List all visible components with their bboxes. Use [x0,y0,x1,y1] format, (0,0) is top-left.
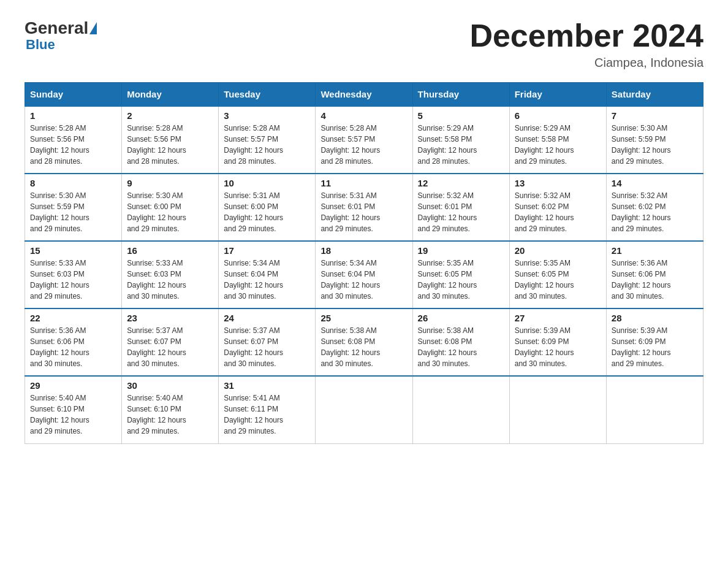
calendar-cell [509,376,606,443]
calendar-week-2: 8 Sunrise: 5:30 AM Sunset: 5:59 PM Dayli… [25,174,703,241]
day-number: 11 [320,178,407,188]
calendar-cell: 7 Sunrise: 5:30 AM Sunset: 5:59 PM Dayli… [606,106,703,174]
day-info: Sunrise: 5:30 AM Sunset: 5:59 PM Dayligh… [612,123,698,167]
day-info: Sunrise: 5:29 AM Sunset: 5:58 PM Dayligh… [418,123,504,167]
day-info: Sunrise: 5:39 AM Sunset: 6:09 PM Dayligh… [515,325,601,369]
calendar-cell: 10 Sunrise: 5:31 AM Sunset: 6:00 PM Dayl… [219,174,316,241]
day-info: Sunrise: 5:36 AM Sunset: 6:06 PM Dayligh… [612,258,698,302]
calendar-cell: 3 Sunrise: 5:28 AM Sunset: 5:57 PM Dayli… [219,106,316,174]
day-info: Sunrise: 5:34 AM Sunset: 6:04 PM Dayligh… [224,258,310,302]
day-number: 14 [612,178,698,188]
calendar-cell: 8 Sunrise: 5:30 AM Sunset: 5:59 PM Dayli… [25,174,122,241]
calendar-cell: 20 Sunrise: 5:35 AM Sunset: 6:05 PM Dayl… [509,241,606,308]
day-info: Sunrise: 5:35 AM Sunset: 6:05 PM Dayligh… [515,258,601,302]
calendar-cell: 26 Sunrise: 5:38 AM Sunset: 6:08 PM Dayl… [412,308,509,376]
calendar-cell: 5 Sunrise: 5:29 AM Sunset: 5:58 PM Dayli… [412,106,509,174]
header-row: Sunday Monday Tuesday Wednesday Thursday… [25,83,703,107]
day-number: 28 [612,313,698,323]
day-number: 17 [224,245,310,256]
calendar-cell: 17 Sunrise: 5:34 AM Sunset: 6:04 PM Dayl… [219,241,316,308]
col-friday: Friday [509,83,606,107]
day-info: Sunrise: 5:28 AM Sunset: 5:57 PM Dayligh… [224,123,310,167]
day-number: 13 [515,178,601,188]
calendar-cell: 24 Sunrise: 5:37 AM Sunset: 6:07 PM Dayl… [219,308,316,376]
logo-triangle-icon [89,22,97,34]
day-number: 1 [30,110,116,121]
calendar-cell [606,376,703,443]
day-info: Sunrise: 5:37 AM Sunset: 6:07 PM Dayligh… [127,325,213,369]
calendar-cell: 27 Sunrise: 5:39 AM Sunset: 6:09 PM Dayl… [509,308,606,376]
day-info: Sunrise: 5:41 AM Sunset: 6:11 PM Dayligh… [224,393,310,437]
calendar-cell: 29 Sunrise: 5:40 AM Sunset: 6:10 PM Dayl… [25,376,122,443]
day-info: Sunrise: 5:40 AM Sunset: 6:10 PM Dayligh… [30,393,116,437]
day-info: Sunrise: 5:33 AM Sunset: 6:03 PM Dayligh… [127,258,213,302]
day-info: Sunrise: 5:28 AM Sunset: 5:56 PM Dayligh… [127,123,213,167]
day-info: Sunrise: 5:33 AM Sunset: 6:03 PM Dayligh… [30,258,116,302]
calendar-week-5: 29 Sunrise: 5:40 AM Sunset: 6:10 PM Dayl… [25,376,703,443]
day-number: 3 [224,110,310,121]
day-number: 5 [418,110,504,121]
day-number: 29 [30,380,116,391]
day-info: Sunrise: 5:32 AM Sunset: 6:01 PM Dayligh… [418,190,504,234]
calendar-cell: 1 Sunrise: 5:28 AM Sunset: 5:56 PM Dayli… [25,106,122,174]
logo-blue-text: Blue [26,37,55,53]
calendar-cell: 12 Sunrise: 5:32 AM Sunset: 6:01 PM Dayl… [412,174,509,241]
col-monday: Monday [122,83,219,107]
day-info: Sunrise: 5:39 AM Sunset: 6:09 PM Dayligh… [612,325,698,369]
day-info: Sunrise: 5:28 AM Sunset: 5:56 PM Dayligh… [30,123,116,167]
day-info: Sunrise: 5:32 AM Sunset: 6:02 PM Dayligh… [515,190,601,234]
day-number: 10 [224,178,310,188]
day-number: 25 [320,313,407,323]
calendar-cell: 25 Sunrise: 5:38 AM Sunset: 6:08 PM Dayl… [316,308,412,376]
day-number: 22 [30,313,116,323]
location: Ciampea, Indonesia [469,56,703,70]
day-info: Sunrise: 5:38 AM Sunset: 6:08 PM Dayligh… [418,325,504,369]
col-tuesday: Tuesday [219,83,316,107]
day-number: 8 [30,178,116,188]
day-number: 20 [515,245,601,256]
col-saturday: Saturday [606,83,703,107]
page-header: General Blue December 2024 Ciampea, Indo… [25,18,703,70]
col-thursday: Thursday [412,83,509,107]
day-info: Sunrise: 5:28 AM Sunset: 5:57 PM Dayligh… [320,123,407,167]
day-number: 12 [418,178,504,188]
day-info: Sunrise: 5:38 AM Sunset: 6:08 PM Dayligh… [320,325,407,369]
day-number: 26 [418,313,504,323]
calendar-cell [412,376,509,443]
calendar-cell: 21 Sunrise: 5:36 AM Sunset: 6:06 PM Dayl… [606,241,703,308]
day-number: 7 [612,110,698,121]
day-number: 18 [320,245,407,256]
calendar-week-1: 1 Sunrise: 5:28 AM Sunset: 5:56 PM Dayli… [25,106,703,174]
day-number: 9 [127,178,213,188]
day-number: 27 [515,313,601,323]
month-title: December 2024 [469,18,703,53]
day-info: Sunrise: 5:31 AM Sunset: 6:00 PM Dayligh… [224,190,310,234]
day-info: Sunrise: 5:40 AM Sunset: 6:10 PM Dayligh… [127,393,213,437]
logo: General Blue [25,18,98,53]
calendar-week-3: 15 Sunrise: 5:33 AM Sunset: 6:03 PM Dayl… [25,241,703,308]
day-number: 6 [515,110,601,121]
calendar-cell: 15 Sunrise: 5:33 AM Sunset: 6:03 PM Dayl… [25,241,122,308]
calendar-cell: 19 Sunrise: 5:35 AM Sunset: 6:05 PM Dayl… [412,241,509,308]
day-number: 24 [224,313,310,323]
calendar-cell: 11 Sunrise: 5:31 AM Sunset: 6:01 PM Dayl… [316,174,412,241]
day-number: 15 [30,245,116,256]
day-number: 16 [127,245,213,256]
day-number: 21 [612,245,698,256]
calendar-cell: 13 Sunrise: 5:32 AM Sunset: 6:02 PM Dayl… [509,174,606,241]
calendar-cell: 30 Sunrise: 5:40 AM Sunset: 6:10 PM Dayl… [122,376,219,443]
day-info: Sunrise: 5:30 AM Sunset: 5:59 PM Dayligh… [30,190,116,234]
day-info: Sunrise: 5:34 AM Sunset: 6:04 PM Dayligh… [320,258,407,302]
calendar-week-4: 22 Sunrise: 5:36 AM Sunset: 6:06 PM Dayl… [25,308,703,376]
day-info: Sunrise: 5:36 AM Sunset: 6:06 PM Dayligh… [30,325,116,369]
day-number: 31 [224,380,310,391]
calendar-cell: 23 Sunrise: 5:37 AM Sunset: 6:07 PM Dayl… [122,308,219,376]
calendar-cell: 16 Sunrise: 5:33 AM Sunset: 6:03 PM Dayl… [122,241,219,308]
col-sunday: Sunday [25,83,122,107]
calendar-table: Sunday Monday Tuesday Wednesday Thursday… [25,82,703,444]
day-info: Sunrise: 5:35 AM Sunset: 6:05 PM Dayligh… [418,258,504,302]
day-info: Sunrise: 5:37 AM Sunset: 6:07 PM Dayligh… [224,325,310,369]
logo-general-text: General [25,18,88,38]
day-number: 19 [418,245,504,256]
calendar-cell: 14 Sunrise: 5:32 AM Sunset: 6:02 PM Dayl… [606,174,703,241]
